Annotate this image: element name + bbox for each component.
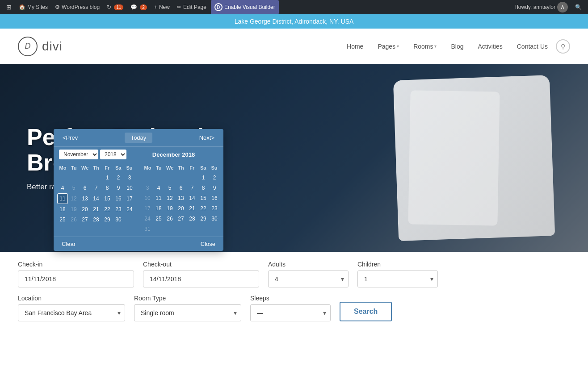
search-button[interactable]: Search xyxy=(340,302,392,321)
visual-builder-btn[interactable]: D Enable Visual Builder xyxy=(211,0,279,14)
calendar-day[interactable]: 3 xyxy=(124,173,135,183)
calendar-day[interactable]: 24 xyxy=(142,214,153,224)
calendar-day[interactable]: 27 xyxy=(176,214,186,224)
calendar-day[interactable]: 19 xyxy=(164,204,175,213)
calendar-day[interactable]: 13 xyxy=(176,193,186,203)
blog-menu[interactable]: ⚙ WordPress blog xyxy=(52,0,102,14)
calendar-day[interactable]: 5 xyxy=(164,183,175,193)
calendar-day[interactable]: 30 xyxy=(113,215,124,225)
nav-pages[interactable]: Pages ▾ xyxy=(371,39,405,54)
calendar-close-btn[interactable]: Close xyxy=(198,240,218,248)
checkout-input[interactable] xyxy=(143,270,259,287)
calendar-day[interactable]: 12 xyxy=(68,193,79,204)
left-year-select[interactable]: 2018 2019 xyxy=(100,150,126,159)
calendar-prev-btn[interactable]: <Prev xyxy=(59,133,81,143)
calendar-day[interactable]: 6 xyxy=(176,183,186,193)
admin-search-btn[interactable]: 🔍 xyxy=(572,0,584,14)
calendar-today-btn[interactable]: Today xyxy=(125,133,153,143)
adults-select[interactable]: 4 1 2 3 5 xyxy=(268,270,349,287)
calendar-day[interactable]: 4 xyxy=(153,183,164,193)
calendar-day[interactable]: 11 xyxy=(153,193,164,203)
calendar-day[interactable]: 29 xyxy=(102,215,113,225)
calendar-day[interactable]: 5 xyxy=(68,183,79,193)
calendar-day[interactable]: 10 xyxy=(142,193,153,203)
wp-logo[interactable]: ⊞ xyxy=(4,0,14,14)
sleeps-group: Sleeps — 1 2 3 4 ▾ xyxy=(250,295,331,321)
calendar-day[interactable]: 7 xyxy=(91,183,101,193)
calendar-day[interactable]: 26 xyxy=(164,214,175,224)
calendar-day[interactable]: 8 xyxy=(102,183,113,193)
calendar-day[interactable]: 6 xyxy=(80,183,90,193)
calendar-day[interactable]: 28 xyxy=(187,214,197,224)
howdy-menu[interactable]: Howdy, anntaylor A xyxy=(512,0,571,14)
left-month-select[interactable]: November December xyxy=(59,150,98,159)
calendar-day[interactable]: 9 xyxy=(209,183,220,193)
calendar-day[interactable]: 11 xyxy=(57,193,68,204)
calendar-day[interactable]: 19 xyxy=(68,204,79,214)
calendar-day[interactable]: 17 xyxy=(124,193,135,204)
nav-rooms[interactable]: Rooms ▾ xyxy=(407,39,443,54)
calendar-day xyxy=(57,225,68,235)
children-select[interactable]: 1 0 2 3 xyxy=(357,270,438,287)
site-logo[interactable]: D divi xyxy=(18,37,63,56)
calendar-day[interactable]: 1 xyxy=(102,173,113,183)
sleeps-select[interactable]: — 1 2 3 4 xyxy=(250,304,331,321)
calendar-day[interactable]: 21 xyxy=(187,204,197,213)
plus-icon: + xyxy=(154,4,157,10)
nav-contact[interactable]: Contact Us xyxy=(511,39,554,54)
calendar-day[interactable]: 22 xyxy=(198,204,209,213)
calendar-day[interactable]: 16 xyxy=(113,193,124,204)
calendar-day[interactable]: 18 xyxy=(153,204,164,213)
calendar-day[interactable]: 31 xyxy=(142,224,153,234)
calendar-day[interactable]: 26 xyxy=(68,215,79,225)
calendar-day[interactable]: 2 xyxy=(209,173,220,183)
calendar-day[interactable]: 8 xyxy=(198,183,209,193)
calendar-day[interactable]: 20 xyxy=(176,204,186,213)
logo-letter: D xyxy=(25,42,31,51)
calendar-day[interactable]: 24 xyxy=(124,204,135,214)
calendar-day[interactable]: 23 xyxy=(209,204,220,213)
calendar-day[interactable]: 14 xyxy=(187,193,197,203)
calendar-day[interactable]: 25 xyxy=(153,214,164,224)
calendar-day[interactable]: 25 xyxy=(57,215,68,225)
calendar-day[interactable]: 2 xyxy=(113,173,124,183)
calendar-day[interactable]: 9 xyxy=(113,183,124,193)
calendar-day[interactable]: 28 xyxy=(91,215,101,225)
comments-menu[interactable]: 💬 2 xyxy=(128,0,150,14)
calendar-day[interactable]: 16 xyxy=(209,193,220,203)
nav-blog-label: Blog xyxy=(451,43,463,50)
calendar-day[interactable]: 29 xyxy=(198,214,209,224)
calendar-day[interactable]: 1 xyxy=(198,173,209,183)
nav-activities[interactable]: Activities xyxy=(472,39,509,54)
calendar-day[interactable]: 13 xyxy=(80,193,90,204)
calendar-day[interactable]: 7 xyxy=(187,183,197,193)
calendar-day[interactable]: 12 xyxy=(164,193,175,203)
calendar-day[interactable]: 27 xyxy=(80,215,90,225)
new-menu[interactable]: + New xyxy=(151,0,172,14)
calendar-clear-btn[interactable]: Clear xyxy=(59,240,78,248)
calendar-day[interactable]: 23 xyxy=(113,204,124,214)
calendar-day[interactable]: 20 xyxy=(80,204,90,214)
calendar-day[interactable]: 14 xyxy=(91,193,101,204)
room-type-select[interactable]: Single room Double room Suite xyxy=(134,304,241,321)
calendar-next-btn[interactable]: Next> xyxy=(196,133,218,143)
my-sites-menu[interactable]: 🏠 My Sites xyxy=(16,0,50,14)
calendar-day[interactable]: 15 xyxy=(102,193,113,204)
calendar-day[interactable]: 30 xyxy=(209,214,220,224)
location-select[interactable]: San Francisco Bay Area New York Los Ange… xyxy=(18,304,125,321)
calendar-day[interactable]: 4 xyxy=(57,183,68,193)
calendar-day[interactable]: 3 xyxy=(142,183,153,193)
calendar-day[interactable]: 15 xyxy=(198,193,209,203)
nav-blog[interactable]: Blog xyxy=(445,39,470,54)
edit-page-menu[interactable]: ✏ Edit Page xyxy=(174,0,209,14)
calendar-day[interactable]: 10 xyxy=(124,183,135,193)
checkin-input[interactable] xyxy=(18,270,134,287)
nav-home[interactable]: Home xyxy=(340,39,370,54)
calendar-day[interactable]: 17 xyxy=(142,204,153,213)
calendar-day[interactable]: 21 xyxy=(91,204,101,214)
admin-bar: ⊞ 🏠 My Sites ⚙ WordPress blog ↻ 11 💬 2 +… xyxy=(0,0,588,14)
calendar-day[interactable]: 18 xyxy=(57,204,68,214)
nav-search-btn[interactable]: ⚲ xyxy=(556,39,570,54)
calendar-day[interactable]: 22 xyxy=(102,204,113,214)
updates-menu[interactable]: ↻ 11 xyxy=(104,0,126,14)
